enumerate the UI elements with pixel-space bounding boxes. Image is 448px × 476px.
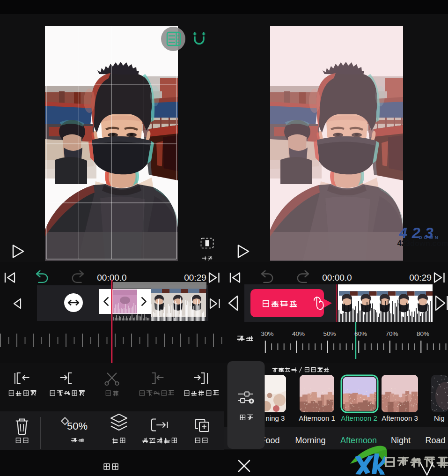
svg-text:00:00.0: 00:00.0: [322, 273, 352, 283]
svg-text:00:29: 00:29: [409, 273, 432, 283]
svg-text:00:29: 00:29: [184, 273, 206, 283]
svg-text:50%: 50%: [323, 330, 336, 337]
svg-text:ning 3: ning 3: [266, 414, 285, 422]
svg-text:Afternoon 1: Afternoon 1: [299, 414, 335, 422]
svg-text:60%: 60%: [354, 330, 367, 337]
svg-text:Morning: Morning: [295, 436, 325, 445]
svg-text:40%: 40%: [292, 330, 305, 337]
svg-text:30%: 30%: [261, 330, 273, 337]
svg-text:Nig: Nig: [434, 414, 445, 422]
svg-text:423down.com: 423down.com: [397, 239, 448, 247]
svg-text:50%: 50%: [67, 420, 88, 432]
svg-text:Afternoon: Afternoon: [340, 436, 377, 445]
svg-text:80%: 80%: [417, 330, 429, 337]
svg-text:Road: Road: [425, 436, 445, 445]
svg-text:Afternoon 2: Afternoon 2: [341, 414, 377, 422]
svg-text:Night: Night: [391, 436, 411, 445]
svg-text:70%: 70%: [385, 330, 398, 337]
svg-text:Afternoon 3: Afternoon 3: [382, 414, 418, 422]
